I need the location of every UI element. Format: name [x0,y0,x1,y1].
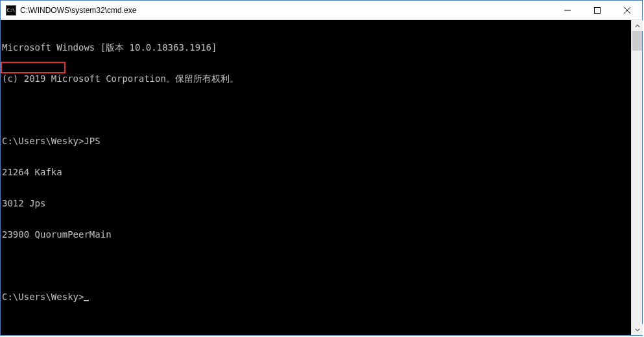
svg-rect-1 [595,7,601,13]
scroll-down-button[interactable] [632,324,643,335]
terminal-line: 23900 QuorumPeerMain [2,229,630,240]
terminal-line: C:\Users\Wesky>JPS [2,136,630,146]
maximize-icon [594,7,601,14]
terminal-line [2,105,630,115]
terminal-line: 3012 Jps [2,198,630,208]
cmd-window: C:\ C:\WINDOWS\system32\cmd.exe Microsof… [0,0,643,336]
scrollbar-thumb[interactable] [632,31,642,51]
terminal-line: (c) 2019 Microsoft Corporation。保留所有权利。 [2,73,630,84]
vertical-scrollbar[interactable] [631,20,642,335]
minimize-icon [564,7,571,14]
terminal-line: Microsoft Windows [版本 10.0.18363.1916] [2,42,630,53]
cmd-icon: C:\ [6,5,16,16]
maximize-button[interactable] [582,1,612,19]
terminal-content[interactable]: Microsoft Windows [版本 10.0.18363.1916] (… [1,20,631,335]
window-controls [553,1,642,19]
close-button[interactable] [612,1,642,19]
terminal-area: Microsoft Windows [版本 10.0.18363.1916] (… [1,20,642,335]
prompt-text: C:\Users\Wesky> [2,292,84,302]
chevron-up-icon [635,23,640,29]
highlight-box [1,62,66,73]
window-title: C:\WINDOWS\system32\cmd.exe [20,6,553,15]
scroll-up-button[interactable] [632,20,643,31]
chevron-down-icon [635,327,640,332]
minimize-button[interactable] [553,1,582,19]
terminal-line: 21264 Kafka [2,167,630,177]
cursor [84,300,89,301]
titlebar[interactable]: C:\ C:\WINDOWS\system32\cmd.exe [1,1,642,20]
terminal-prompt-line: C:\Users\Wesky> [2,292,630,302]
close-icon [624,7,630,14]
terminal-line [2,260,630,271]
